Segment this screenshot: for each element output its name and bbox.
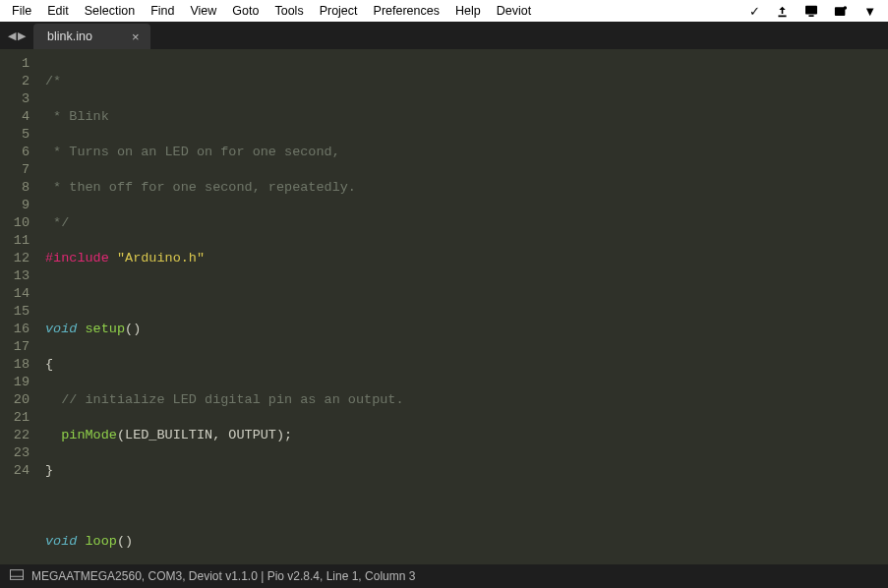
status-panel-icon[interactable] <box>10 569 24 583</box>
line-number: 22 <box>0 427 30 444</box>
toolbar-compile-icon[interactable]: ✓ <box>741 4 768 19</box>
line-number: 1 <box>0 55 30 73</box>
toolbar-menu-dropdown-icon[interactable]: ▼ <box>856 4 884 19</box>
line-number: 9 <box>0 197 30 214</box>
toolbar-serial-icon[interactable] <box>826 5 856 18</box>
tab-filename: blink.ino <box>47 29 92 43</box>
line-number: 21 <box>0 409 30 427</box>
status-text: MEGAATMEGA2560, COM3, Deviot v1.1.0 | Pi… <box>31 569 415 583</box>
line-number: 6 <box>0 144 30 161</box>
menu-find[interactable]: Find <box>143 4 182 18</box>
menu-edit[interactable]: Edit <box>39 4 77 18</box>
line-number: 19 <box>0 374 30 391</box>
line-number: 5 <box>0 126 30 144</box>
tab-strip: ◀ ▶ blink.ino × <box>0 22 888 49</box>
line-number: 7 <box>0 161 30 179</box>
line-number: 15 <box>0 303 30 321</box>
line-number: 12 <box>0 250 30 267</box>
svg-rect-1 <box>809 15 814 17</box>
line-number: 4 <box>0 108 30 126</box>
line-number: 13 <box>0 267 30 285</box>
line-number-gutter: 123456789101112131415161718192021222324 <box>0 55 39 564</box>
editor[interactable]: 123456789101112131415161718192021222324 … <box>0 49 888 564</box>
line-number: 8 <box>0 179 30 197</box>
menu-project[interactable]: Project <box>312 4 366 18</box>
tab-blink[interactable]: blink.ino × <box>33 24 150 49</box>
line-number: 24 <box>0 462 30 480</box>
line-number: 3 <box>0 90 30 108</box>
svg-rect-0 <box>805 6 817 15</box>
toolbar-monitor-icon[interactable] <box>797 5 826 17</box>
menu-tools[interactable]: Tools <box>266 4 311 18</box>
line-number: 20 <box>0 391 30 409</box>
line-number: 11 <box>0 232 30 250</box>
toolbar-upload-icon[interactable] <box>768 5 797 18</box>
menu-goto[interactable]: Goto <box>224 4 266 18</box>
line-number: 16 <box>0 321 30 338</box>
line-number: 23 <box>0 444 30 462</box>
line-number: 18 <box>0 356 30 374</box>
menu-deviot[interactable]: Deviot <box>489 4 539 18</box>
status-bar: MEGAATMEGA2560, COM3, Deviot v1.1.0 | Pi… <box>0 564 888 588</box>
menu-preferences[interactable]: Preferences <box>366 4 447 18</box>
line-number: 2 <box>0 73 30 90</box>
menu-bar: File Edit Selection Find View Goto Tools… <box>0 0 888 22</box>
tab-nav-prev-icon[interactable]: ◀ <box>8 29 16 42</box>
menu-view[interactable]: View <box>182 4 224 18</box>
menu-selection[interactable]: Selection <box>77 4 143 18</box>
svg-point-3 <box>844 6 848 10</box>
line-number: 14 <box>0 285 30 303</box>
svg-rect-4 <box>10 570 23 580</box>
tab-close-icon[interactable]: × <box>132 30 140 43</box>
line-number: 10 <box>0 214 30 232</box>
tab-nav-next-icon[interactable]: ▶ <box>18 29 26 42</box>
code-area[interactable]: /* * Blink * Turns on an LED on for one … <box>39 55 888 564</box>
line-number: 17 <box>0 338 30 356</box>
menu-help[interactable]: Help <box>447 4 489 18</box>
menu-file[interactable]: File <box>4 4 39 18</box>
